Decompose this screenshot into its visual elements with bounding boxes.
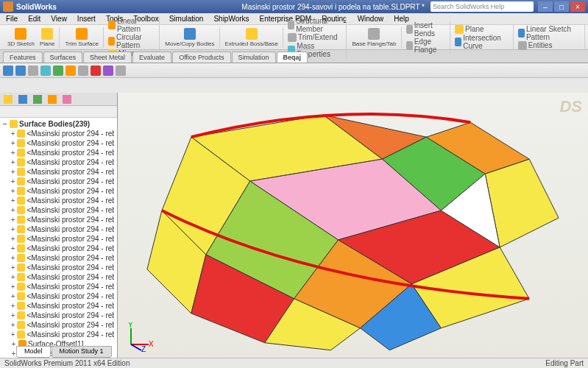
- close-button[interactable]: ×: [570, 1, 585, 12]
- tree-item[interactable]: +<Masinski prostor 294 - rebra i p: [0, 234, 117, 244]
- dim-expert-tab[interactable]: [46, 93, 59, 105]
- config-manager-tab[interactable]: [31, 93, 44, 105]
- bottom-tab-motion-study[interactable]: Motion Study 1: [52, 346, 112, 358]
- expand-icon[interactable]: +: [10, 235, 15, 243]
- expand-icon[interactable]: +: [10, 158, 15, 166]
- feature-tree[interactable]: – Surface Bodies(239) +<Masinski prostor…: [0, 118, 117, 358]
- menu-window[interactable]: Window: [353, 15, 389, 23]
- expand-icon[interactable]: +: [10, 130, 15, 138]
- tree-item[interactable]: +<Masinski prostor 294 - rebra i p: [0, 253, 117, 263]
- tree-item[interactable]: +<Masinski prostor 294 - rebra i p: [0, 215, 117, 224]
- expand-icon[interactable]: +: [10, 302, 15, 310]
- tree-item[interactable]: +<Masinski prostor 294 - rebra i p: [0, 224, 117, 234]
- tree-item[interactable]: +<Masinski prostor 294 - rebra i p: [0, 186, 117, 196]
- tree-item[interactable]: +<Masinski prostor 294 - rebra i p: [0, 129, 117, 138]
- tab-beqaj[interactable]: Beqaj: [277, 52, 308, 63]
- menu-shipworks[interactable]: ShipWorks: [209, 15, 253, 23]
- zoom-area-icon[interactable]: [15, 66, 26, 76]
- expand-icon[interactable]: +: [10, 311, 15, 319]
- expand-icon[interactable]: +: [10, 283, 15, 291]
- linear-sketch-pattern-button[interactable]: Linear Sketch Pattern: [517, 25, 582, 41]
- structural-member-button[interactable]: Structural Member: [286, 17, 344, 33]
- view-settings-icon[interactable]: [116, 66, 126, 76]
- expand-icon[interactable]: +: [10, 254, 15, 262]
- move-copy-button[interactable]: Move/Copy Bodies: [163, 27, 216, 48]
- expand-icon[interactable]: +: [10, 244, 15, 252]
- help-search-input[interactable]: Search SolidWorks Help: [431, 1, 534, 12]
- orientation-triad-icon[interactable]: Y X Z: [124, 322, 153, 352]
- trim-extend-button[interactable]: Trim/Extend: [286, 33, 339, 42]
- sketch-3d-button[interactable]: 3D Sketch: [5, 27, 37, 48]
- panel-filter[interactable]: [0, 106, 117, 118]
- minimize-button[interactable]: –: [538, 1, 553, 12]
- tab-features[interactable]: Features: [3, 52, 43, 63]
- zoom-fit-icon[interactable]: [3, 66, 13, 76]
- tree-item[interactable]: +<Masinski prostor 294 - rebra i p: [0, 291, 117, 301]
- base-flange-button[interactable]: Base Flange/Tab: [350, 27, 398, 48]
- linear-pattern-button[interactable]: Linear Pattern: [107, 17, 157, 33]
- section-view-icon[interactable]: [40, 66, 51, 76]
- expand-icon[interactable]: +: [10, 225, 15, 233]
- expand-icon[interactable]: +: [10, 273, 15, 281]
- insert-bends-button[interactable]: Insert Bends: [405, 21, 447, 38]
- plane2-button[interactable]: Plane: [453, 25, 486, 34]
- tree-item[interactable]: +<Masinski prostor 294 - rebra i p: [0, 301, 117, 311]
- display-style-icon[interactable]: [65, 66, 76, 76]
- menu-insert[interactable]: Insert: [73, 15, 100, 23]
- display-manager-tab[interactable]: [60, 93, 74, 105]
- menu-edit[interactable]: Edit: [24, 15, 45, 23]
- prev-view-icon[interactable]: [28, 66, 38, 76]
- expand-icon[interactable]: +: [10, 263, 15, 272]
- edge-flange-button[interactable]: Edge Flange: [405, 38, 447, 54]
- expand-icon[interactable]: +: [10, 187, 15, 195]
- circular-pattern-button[interactable]: Circular Pattern: [107, 33, 157, 49]
- expand-icon[interactable]: +: [10, 139, 15, 147]
- hide-show-icon[interactable]: [78, 66, 88, 76]
- intersection-curve-button[interactable]: Intersection Curve: [453, 34, 511, 50]
- bottom-tab-model[interactable]: Model: [16, 346, 51, 358]
- menu-simulation[interactable]: Simulation: [165, 15, 208, 23]
- tree-item[interactable]: +<Masinski prostor 294 - rebra i p: [0, 138, 117, 148]
- tree-root-surface-bodies[interactable]: – Surface Bodies(239): [0, 119, 117, 129]
- tree-item[interactable]: +<Masinski prostor 294 - rebra i p: [0, 177, 117, 186]
- tree-item[interactable]: +<Masinski prostor 294 - rebra i p: [0, 272, 117, 282]
- tree-item[interactable]: +<Masinski prostor 294 - rebra i p: [0, 263, 117, 272]
- graphics-viewport[interactable]: DS Y X: [118, 93, 588, 358]
- tree-item[interactable]: +<Masinski prostor 294 - rebra i p: [0, 158, 117, 167]
- expand-icon[interactable]: –: [1, 120, 8, 128]
- tree-item[interactable]: +<Masinski prostor 294 - rebra i p: [0, 148, 117, 158]
- tree-item[interactable]: +<Masinski prostor 294 - rebra i p: [0, 311, 117, 320]
- view-orient-icon[interactable]: [53, 66, 63, 76]
- tree-item[interactable]: +<Masinski prostor 294 - rebra i p: [0, 205, 117, 215]
- tree-item[interactable]: +<Masinski prostor 294 - rebra i p: [0, 167, 117, 177]
- tab-sheet-metal[interactable]: Sheet Metal: [83, 52, 132, 63]
- tab-surfaces[interactable]: Surfaces: [43, 52, 83, 63]
- tree-item[interactable]: +<Masinski prostor 294 - rebra i p: [0, 330, 117, 339]
- property-manager-tab[interactable]: [16, 93, 29, 105]
- expand-icon[interactable]: +: [10, 197, 15, 205]
- entities-button[interactable]: Entities: [517, 41, 554, 50]
- expand-icon[interactable]: +: [10, 321, 15, 329]
- tab-office-products[interactable]: Office Products: [172, 52, 230, 63]
- expand-icon[interactable]: +: [10, 177, 15, 185]
- edit-appearance-icon[interactable]: [91, 66, 101, 76]
- tab-simulation[interactable]: Simulation: [232, 52, 276, 63]
- menu-file[interactable]: File: [1, 15, 22, 23]
- extruded-boss-button[interactable]: Extruded Boss/Base: [223, 27, 280, 48]
- apply-scene-icon[interactable]: [103, 66, 113, 76]
- expand-icon[interactable]: +: [10, 216, 15, 224]
- tree-item[interactable]: +<Masinski prostor 294 - rebra i p: [0, 320, 117, 330]
- feature-tree-tab[interactable]: [1, 93, 15, 105]
- maximize-button[interactable]: □: [554, 1, 569, 12]
- menu-view[interactable]: View: [46, 15, 71, 23]
- tree-item[interactable]: +<Masinski prostor 294 - rebra i p: [0, 244, 117, 253]
- tree-item[interactable]: +<Masinski prostor 294 - rebra i p: [0, 196, 117, 205]
- expand-icon[interactable]: +: [10, 206, 15, 214]
- expand-icon[interactable]: +: [10, 330, 15, 339]
- trim-surface-button[interactable]: Trim Surface: [63, 27, 101, 48]
- tree-item[interactable]: +<Masinski prostor 294 - rebra i p: [0, 282, 117, 291]
- expand-icon[interactable]: +: [10, 292, 15, 300]
- plane-button[interactable]: Plane: [38, 27, 57, 48]
- tab-evaluate[interactable]: Evaluate: [132, 52, 171, 63]
- expand-icon[interactable]: +: [10, 149, 15, 157]
